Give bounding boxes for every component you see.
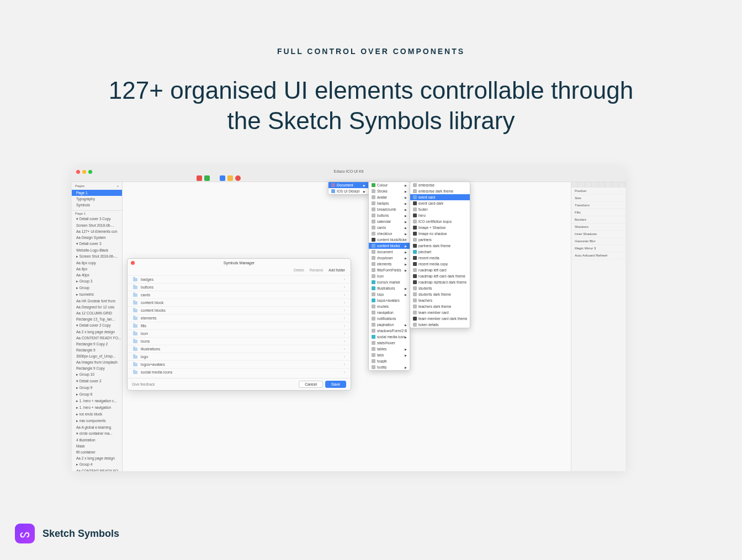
folder-item[interactable]: social media icons› bbox=[128, 368, 351, 376]
vector-icon[interactable] bbox=[212, 175, 218, 181]
menu-item[interactable]: hero bbox=[410, 212, 470, 218]
insert-menu-2[interactable]: Colour▶Stroke▶avatar▶badges▶breadcrumb▶b… bbox=[368, 182, 410, 371]
menu-item[interactable]: calendar▶ bbox=[369, 218, 410, 225]
layer-item[interactable]: ▸ ice endo block bbox=[72, 411, 122, 418]
layer-item[interactable]: Aa 40px bbox=[72, 272, 122, 278]
layer-item[interactable]: Mask bbox=[72, 443, 122, 449]
menu-item[interactable]: illustrations▶ bbox=[369, 285, 410, 291]
menu-item[interactable]: content blocks▶ bbox=[369, 243, 410, 249]
layer-item[interactable]: Aa 8px bbox=[72, 266, 122, 272]
menu-item[interactable]: teachers dark theme bbox=[410, 303, 470, 310]
menu-item[interactable]: Stroke▶ bbox=[369, 188, 410, 194]
menu-item[interactable]: teachers bbox=[410, 297, 470, 303]
layer-item[interactable]: ▾ Detail cover 3 bbox=[72, 241, 122, 247]
layer-item[interactable]: Screen Shot 2018-06-... bbox=[72, 222, 122, 228]
inspector-tabs[interactable] bbox=[571, 182, 626, 188]
menu-item[interactable]: models bbox=[369, 303, 410, 310]
inspector-row[interactable]: Transform bbox=[571, 202, 626, 209]
layer-item[interactable]: Rectangle 13_Top_lan... bbox=[72, 316, 122, 322]
layer-item[interactable]: Aa CONTENT READY FO... bbox=[72, 335, 122, 341]
layer-item[interactable]: ▸ Group 9 bbox=[72, 385, 122, 391]
menu-item[interactable]: social media icons▶ bbox=[369, 334, 410, 340]
folder-item[interactable]: elements› bbox=[128, 314, 351, 322]
menu-item[interactable]: roadmap rightcard dark theme bbox=[410, 279, 470, 285]
layer-item[interactable]: ▸ Group 3 bbox=[72, 278, 122, 285]
page-item[interactable]: Typography bbox=[72, 196, 122, 202]
menu-item[interactable]: logo▶ bbox=[369, 291, 410, 297]
menu-item[interactable]: event card bbox=[410, 194, 470, 200]
layer-item[interactable]: Aa 8px copy bbox=[72, 260, 122, 266]
inspector-row[interactable]: Magic Mirror 3 bbox=[571, 245, 626, 252]
menu-item[interactable]: elements▶ bbox=[369, 261, 410, 267]
folder-item[interactable]: icon› bbox=[128, 329, 351, 337]
inspector-row[interactable]: Inner Shadows bbox=[571, 231, 626, 238]
menu-item[interactable]: partners dark theme bbox=[410, 243, 470, 249]
menu-item[interactable]: checkbox▶ bbox=[369, 231, 410, 237]
layer-item[interactable]: Rectangle 9 Copy 2 bbox=[72, 341, 122, 347]
layer-item[interactable]: ▸ Group bbox=[72, 285, 122, 291]
layer-item[interactable]: Aa Design System bbox=[72, 234, 122, 241]
menu-item[interactable]: roadmap left card bbox=[410, 267, 470, 273]
layer-item[interactable]: fill container bbox=[72, 449, 122, 455]
folder-item[interactable]: cards› bbox=[128, 291, 351, 298]
inspector-row[interactable]: Size bbox=[571, 195, 626, 202]
layer-item[interactable]: ▾ Detail cover 3 Copy bbox=[72, 216, 122, 222]
menu-item[interactable]: students dark theme bbox=[410, 291, 470, 297]
folder-item[interactable]: illustrations› bbox=[128, 345, 351, 353]
insert-menu-3[interactable]: enterpriseenterprise dark themeevent car… bbox=[410, 182, 470, 328]
image-icon[interactable] bbox=[204, 175, 210, 181]
menu-item[interactable]: cards▶ bbox=[369, 225, 410, 231]
oval-icon[interactable] bbox=[235, 175, 241, 181]
menu-item[interactable]: icon bbox=[369, 273, 410, 279]
menu-item[interactable]: ICO certifiction logos bbox=[410, 218, 470, 225]
menu-item[interactable]: roadmap left card dark theme bbox=[410, 273, 470, 279]
artboard-icon[interactable] bbox=[197, 175, 202, 181]
give-feedback-link[interactable]: Give feedback bbox=[132, 382, 155, 386]
menu-item[interactable]: recent media bbox=[410, 255, 470, 261]
menu-item[interactable]: avatar▶ bbox=[369, 194, 410, 200]
menu-item[interactable]: document▶ bbox=[369, 249, 410, 255]
layer-item[interactable]: ▸ Group 4 bbox=[72, 461, 122, 468]
layer-item[interactable]: Aa 2 x long page design bbox=[72, 329, 122, 335]
inspector-row[interactable]: Borders bbox=[571, 216, 626, 223]
inspector-row[interactable]: Fills bbox=[571, 209, 626, 216]
save-button[interactable]: Save bbox=[325, 381, 346, 388]
menu-item[interactable]: enterprise dark theme bbox=[410, 188, 470, 194]
insert-menu-1[interactable]: Document▶IOS UI Design▶ bbox=[328, 182, 369, 195]
menu-item[interactable]: recent media copy bbox=[410, 261, 470, 267]
menu-item[interactable]: token details bbox=[410, 322, 470, 328]
layer-item[interactable]: ▸ 1. hero + navigation bbox=[72, 404, 122, 411]
menu-item[interactable]: enterprise bbox=[410, 182, 470, 188]
layer-item[interactable]: ▾ circle container ma... bbox=[72, 430, 122, 437]
cancel-button[interactable]: Cancel bbox=[299, 381, 323, 388]
menu-item[interactable]: fills/FormFields▶ bbox=[369, 267, 410, 273]
menu-item[interactable]: pagination▶ bbox=[369, 322, 410, 328]
layer-item[interactable]: 3000px-Logo_of_Unsp... bbox=[72, 353, 122, 359]
layer-item[interactable]: ▸ Isometric bbox=[72, 291, 122, 298]
menu-item[interactable]: team member card bbox=[410, 310, 470, 316]
add-page-icon[interactable]: + bbox=[116, 184, 119, 188]
layer-item[interactable]: Aa CONTENT READY FO... bbox=[72, 468, 122, 471]
layer-item[interactable]: Rectangle 9 Copy bbox=[72, 365, 122, 371]
menu-item[interactable]: icons/x marker bbox=[369, 279, 410, 285]
folder-item[interactable]: logo› bbox=[128, 353, 351, 360]
menu-item[interactable]: tables▶ bbox=[369, 346, 410, 352]
inspector-row[interactable]: Gaussian Blur bbox=[571, 238, 626, 245]
menu-item[interactable]: Document▶ bbox=[328, 182, 368, 188]
layer-item[interactable]: 4 illustration bbox=[72, 437, 122, 443]
menu-item[interactable]: breadcrumb▶ bbox=[369, 206, 410, 212]
folder-item[interactable]: badges› bbox=[128, 275, 351, 283]
menu-item[interactable]: students bbox=[410, 285, 470, 291]
menu-item[interactable]: piechart bbox=[410, 249, 470, 255]
menu-item[interactable]: toggle bbox=[369, 358, 410, 364]
menu-item[interactable]: partners bbox=[410, 237, 470, 243]
layer-item[interactable]: ▾ Detail cover 2 bbox=[72, 378, 122, 385]
rounded-icon[interactable] bbox=[227, 175, 233, 181]
folder-item[interactable]: fills› bbox=[128, 322, 351, 329]
menu-item[interactable]: logos+avatars bbox=[369, 297, 410, 303]
menu-item[interactable]: footer bbox=[410, 206, 470, 212]
menu-item[interactable]: Image no shadow bbox=[410, 231, 470, 237]
layer-item[interactable]: Aa 12 COLUMN GRID bbox=[72, 310, 122, 316]
folder-item[interactable]: content blocks› bbox=[128, 306, 351, 314]
menu-item[interactable]: Image + Shadow bbox=[410, 225, 470, 231]
